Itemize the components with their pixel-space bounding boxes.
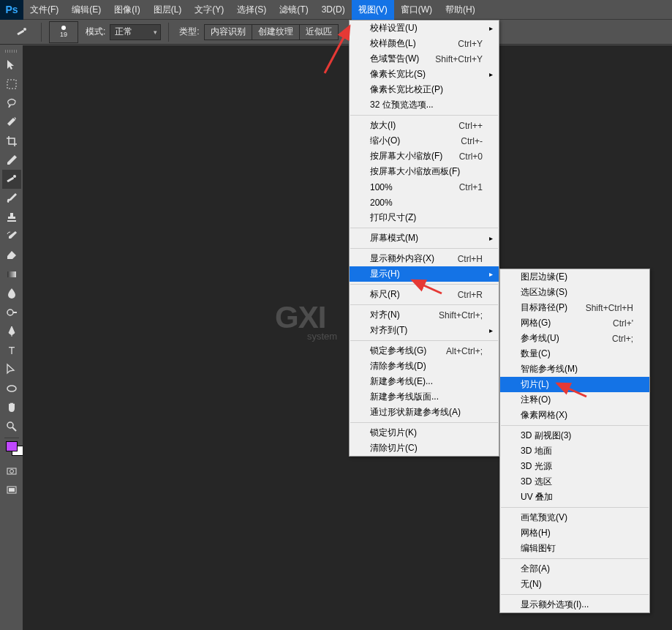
menu-item-label: 显示额外选项(I)... (521, 599, 589, 611)
menu-item-画笔预览[interactable]: 画笔预览(V) (500, 510, 649, 525)
menu-文件[interactable]: 文件(F) (23, 0, 65, 20)
menu-item-label: 缩小(O) (370, 135, 400, 147)
type-tool[interactable]: T (2, 341, 21, 360)
menu-item-显示额外内容[interactable]: 显示额外内容(X)Ctrl+H (350, 251, 499, 266)
menu-item-像素网格[interactable]: 像素网格(X) (500, 408, 649, 423)
menu-item-32 位预览选项[interactable]: 32 位预览选项... (350, 97, 499, 113)
menu-item-校样颜色[interactable]: 校样颜色(L)Ctrl+Y (350, 36, 499, 51)
menu-item-label: 打印尺寸(Z) (370, 211, 416, 224)
menu-item-新建参考线版面[interactable]: 新建参考线版面... (350, 389, 499, 405)
menu-item-目标路径[interactable]: 目标路径(P)Shift+Ctrl+H (500, 300, 649, 315)
menu-item-智能参考线[interactable]: 智能参考线(M) (500, 361, 649, 377)
magic-wand-tool[interactable] (2, 113, 21, 132)
color-swatches[interactable] (6, 441, 18, 451)
type-label: 类型: (179, 26, 199, 38)
menu-滤镜[interactable]: 滤镜(T) (273, 0, 314, 20)
menu-item-校样设置[interactable]: 校样设置(U) (350, 20, 499, 36)
tools-panel: T (0, 45, 23, 500)
menu-separator (350, 228, 498, 228)
brush-tool[interactable] (2, 189, 21, 208)
menu-item-图层边缘[interactable]: 图层边缘(E) (500, 269, 649, 285)
menu-图像[interactable]: 图像(I) (107, 0, 146, 20)
menu-图层[interactable]: 图层(L) (147, 0, 189, 20)
menu-item-锁定切片[interactable]: 锁定切片(K) (350, 425, 499, 440)
menu-编辑[interactable]: 编辑(E) (65, 0, 107, 20)
menu-item-注释[interactable]: 注释(O) (500, 392, 649, 408)
move-tool[interactable] (2, 56, 21, 75)
type-btn-内容识别[interactable]: 内容识别 (204, 24, 252, 40)
blur-tool[interactable] (2, 284, 21, 303)
menu-item-网格[interactable]: 网格(G)Ctrl+' (500, 315, 649, 331)
menu-item-新建参考线[interactable]: 新建参考线(E)... (350, 374, 499, 389)
path-selection-tool[interactable] (2, 360, 21, 379)
menu-item-数量[interactable]: 数量(C) (500, 346, 649, 361)
type-btn-创建纹理[interactable]: 创建纹理 (252, 24, 300, 40)
history-brush-tool[interactable] (2, 227, 21, 246)
menu-item-打印尺寸[interactable]: 打印尺寸(Z) (350, 210, 499, 225)
menu-item-label: 按屏幕大小缩放画板(F) (370, 165, 460, 178)
menu-item-显示额外选项[interactable]: 显示额外选项(I)... (500, 597, 649, 612)
menu-item-像素长宽比[interactable]: 像素长宽比(S) (350, 67, 499, 82)
menu-item-通过形状新建参考线[interactable]: 通过形状新建参考线(A) (350, 405, 499, 420)
menu-item-无[interactable]: 无(N) (500, 577, 649, 592)
eraser-tool[interactable] (2, 246, 21, 265)
dodge-tool[interactable] (2, 303, 21, 322)
menu-item-UV 叠加[interactable]: UV 叠加 (500, 490, 649, 505)
panel-grip[interactable] (0, 47, 23, 56)
menu-item-像素长宽比校正[interactable]: 像素长宽比校正(P) (350, 82, 499, 97)
menu-窗口[interactable]: 窗口(W) (394, 0, 439, 20)
pen-tool[interactable] (2, 322, 21, 341)
eyedropper-tool[interactable] (2, 151, 21, 170)
hand-tool[interactable] (2, 398, 21, 417)
menu-item-清除参考线[interactable]: 清除参考线(D) (350, 359, 499, 374)
svg-point-1 (23, 28, 26, 31)
menu-item-3D 副视图[interactable]: 3D 副视图(3) (500, 428, 649, 443)
tool-separator (4, 438, 19, 438)
menu-帮助[interactable]: 帮助(H) (439, 0, 482, 20)
menu-item-放大[interactable]: 放大(I)Ctrl++ (350, 118, 499, 133)
menu-item-切片[interactable]: 切片(L) (500, 377, 649, 392)
menu-3D[interactable]: 3D(D) (315, 0, 352, 20)
gradient-tool[interactable] (2, 265, 21, 284)
type-btn-近似匹[interactable]: 近似匹 (300, 24, 339, 40)
quick-mask-tool[interactable] (2, 462, 21, 481)
menu-item-label: 显示(H) (370, 268, 400, 280)
menu-item-3D 选区[interactable]: 3D 选区 (500, 474, 649, 490)
menu-item-选区边缘[interactable]: 选区边缘(S) (500, 285, 649, 300)
lasso-tool[interactable] (2, 94, 21, 113)
menu-item-3D 光源[interactable]: 3D 光源 (500, 459, 649, 474)
active-tool-icon[interactable] (10, 23, 34, 42)
menu-item-label: 3D 光源 (521, 460, 552, 473)
menu-item-锁定参考线[interactable]: 锁定参考线(G)Alt+Ctrl+; (350, 343, 499, 359)
menu-item-3D 地面[interactable]: 3D 地面 (500, 443, 649, 459)
menu-item-参考线[interactable]: 参考线(U)Ctrl+; (500, 331, 649, 346)
menu-item-对齐[interactable]: 对齐(N)Shift+Ctrl+; (350, 307, 499, 323)
mode-dropdown[interactable]: 正常 (110, 24, 161, 40)
menu-item-200%[interactable]: 200% (350, 195, 499, 210)
menu-item-按屏幕大小缩放[interactable]: 按屏幕大小缩放(F)Ctrl+0 (350, 149, 499, 164)
menu-item-缩小[interactable]: 缩小(O)Ctrl+- (350, 133, 499, 149)
menu-item-100%[interactable]: 100%Ctrl+1 (350, 179, 499, 195)
menu-item-显示[interactable]: 显示(H) (350, 266, 499, 282)
menu-item-屏幕模式[interactable]: 屏幕模式(M) (350, 230, 499, 246)
menu-item-全部[interactable]: 全部(A) (500, 561, 649, 577)
menu-item-编辑图钉[interactable]: 编辑图钉 (500, 541, 649, 556)
menu-item-按屏幕大小缩放画板[interactable]: 按屏幕大小缩放画板(F) (350, 164, 499, 179)
menu-视图[interactable]: 视图(V) (352, 0, 394, 20)
menu-文字[interactable]: 文字(Y) (188, 0, 230, 20)
menu-item-标尺[interactable]: 标尺(R)Ctrl+R (350, 287, 499, 302)
stamp-tool[interactable] (2, 208, 21, 227)
menu-item-网格[interactable]: 网格(H) (500, 525, 649, 541)
zoom-tool[interactable] (2, 417, 21, 436)
brush-size-preview[interactable]: 19 (49, 21, 78, 43)
healing-brush-tool[interactable] (2, 170, 21, 189)
ellipse-tool[interactable] (2, 379, 21, 398)
menu-item-对齐到[interactable]: 对齐到(T) (350, 323, 499, 338)
crop-tool[interactable] (2, 132, 21, 151)
screen-mode-tool[interactable] (2, 481, 21, 500)
menu-item-色域警告[interactable]: 色域警告(W)Shift+Ctrl+Y (350, 51, 499, 67)
menu-item-清除切片[interactable]: 清除切片(C) (350, 440, 499, 456)
marquee-tool[interactable] (2, 75, 21, 94)
menu-选择[interactable]: 选择(S) (230, 0, 273, 20)
menubar: Ps 文件(F)编辑(E)图像(I)图层(L)文字(Y)选择(S)滤镜(T)3D… (0, 0, 672, 20)
